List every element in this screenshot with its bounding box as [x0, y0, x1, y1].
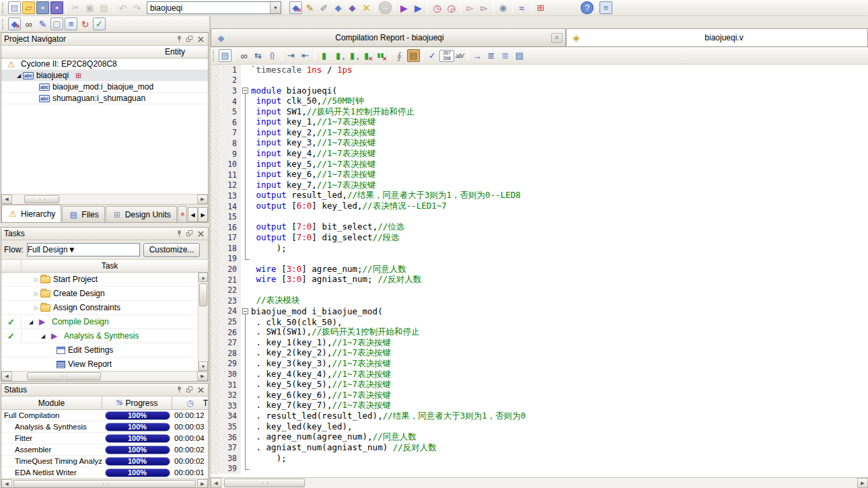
- simulator-icon[interactable]: ≈: [515, 1, 528, 14]
- find-icon[interactable]: ∞: [22, 18, 35, 30]
- messages-window-icon[interactable]: ≡: [65, 18, 77, 30]
- horizontal-scrollbar[interactable]: ◀ ▶: [211, 477, 868, 488]
- stop-processing-icon[interactable]: –: [379, 1, 392, 14]
- horizontal-scrollbar[interactable]: ◀ ▶: [1, 479, 208, 488]
- task-row[interactable]: Edit Settings: [1, 343, 198, 357]
- scroll-right-icon[interactable]: ▶: [197, 372, 208, 381]
- bookmark-delete-all-icon[interactable]: ▮▮✕: [374, 49, 387, 62]
- tree-item[interactable]: abcshumaguan:i_shumaguan: [1, 93, 208, 104]
- goto-icon[interactable]: →: [471, 49, 484, 62]
- paste-icon[interactable]: ▤: [98, 1, 110, 14]
- task-row[interactable]: ▷Assign Constraints: [1, 301, 198, 315]
- pin-icon[interactable]: [174, 386, 184, 394]
- save-icon[interactable]: ▪: [36, 1, 49, 14]
- find-icon[interactable]: ∞: [238, 49, 250, 62]
- unindent-icon[interactable]: ⇤: [299, 49, 312, 62]
- customize-button[interactable]: Customize...: [143, 243, 201, 257]
- redo-icon[interactable]: ↷: [131, 1, 143, 14]
- undo-icon[interactable]: ↶: [116, 1, 129, 14]
- vertical-scrollbar[interactable]: ▲ ▼: [198, 273, 208, 371]
- task-column-header[interactable]: Task: [1, 260, 208, 273]
- block-format-icon[interactable]: ▤: [513, 49, 526, 62]
- pin-planner-icon[interactable]: ✐: [318, 1, 330, 14]
- save-all-icon[interactable]: ▪: [50, 1, 63, 14]
- fold-column[interactable]: −: [241, 306, 251, 317]
- expand-icon[interactable]: ▷: [32, 277, 40, 283]
- open-folder-icon[interactable]: ▱: [22, 1, 35, 14]
- chip-planner-icon[interactable]: ✕: [360, 1, 373, 14]
- scroll-left-icon[interactable]: ◀: [1, 372, 12, 381]
- tree-item[interactable]: abcbiaojue_mod:i_biaojue_mod: [1, 81, 208, 93]
- scroll-left-icon[interactable]: ◀: [211, 478, 221, 488]
- toolbar-grip[interactable]: [2, 19, 5, 30]
- scroll-tabs-right-icon[interactable]: ▶: [198, 207, 208, 222]
- feedback-icon[interactable]: ≡: [600, 1, 612, 14]
- attach-icon[interactable]: ∮: [393, 49, 406, 62]
- timing-settings-icon[interactable]: ◆: [332, 1, 345, 14]
- uncomment-lines-icon[interactable]: ≣: [499, 49, 512, 62]
- bookmark-next-icon[interactable]: ▮›: [332, 49, 345, 62]
- new-file-icon[interactable]: ▤: [8, 1, 21, 14]
- task-row[interactable]: ✓◢▶Analysis & Synthesis: [1, 329, 198, 343]
- chevron-down-icon[interactable]: ▼: [270, 2, 281, 13]
- rapid-recompile-icon[interactable]: ▶: [412, 1, 425, 14]
- start-compilation-icon[interactable]: ▶: [398, 1, 410, 14]
- tree-item[interactable]: ◢abcbiaojueqi⊞: [1, 70, 208, 81]
- design-partition-icon[interactable]: ⊞: [534, 1, 547, 14]
- status-column-header[interactable]: Module % Progress ◷ T: [1, 396, 208, 410]
- document-tab[interactable]: ◆Compilation Report - biaojueqi✕: [211, 28, 566, 46]
- comment-lines-icon[interactable]: ≣: [485, 49, 498, 62]
- expand-icon[interactable]: ◢: [15, 73, 23, 79]
- match-brace-icon[interactable]: {}: [266, 49, 279, 62]
- syntax-check-icon[interactable]: ✓: [426, 49, 439, 62]
- pin-icon[interactable]: [174, 35, 184, 44]
- bookmark-delete-icon[interactable]: ▮✕: [360, 49, 373, 62]
- assignment-editor-icon[interactable]: ✎: [303, 1, 316, 14]
- indent-icon[interactable]: ⇥: [285, 49, 297, 62]
- doc-settings-icon[interactable]: ▤: [219, 49, 231, 62]
- scroll-up-icon[interactable]: ▲: [198, 273, 208, 282]
- navigator-tab-files[interactable]: ▤Files: [62, 206, 104, 222]
- help-icon[interactable]: ?: [581, 1, 593, 14]
- timequest-analyzer-icon[interactable]: ◷: [431, 1, 443, 14]
- verify-doc-icon[interactable]: ✓: [93, 18, 106, 30]
- tech-map-viewer-icon[interactable]: ▻: [478, 1, 491, 14]
- insert-template-icon[interactable]: ▤: [407, 49, 420, 62]
- device-settings-icon[interactable]: ◆: [346, 1, 359, 14]
- close-icon[interactable]: [196, 386, 205, 394]
- edit-icon[interactable]: ✎: [36, 18, 49, 30]
- chevron-down-icon[interactable]: ▼: [68, 245, 76, 254]
- programmer-icon[interactable]: ◉: [497, 1, 509, 14]
- toolbar-grip[interactable]: [213, 50, 216, 61]
- project-combobox[interactable]: biaojueqi▼: [147, 1, 281, 14]
- scroll-tabs-left-icon[interactable]: ◀: [188, 207, 198, 222]
- pin-icon[interactable]: [174, 230, 184, 238]
- toolbar-grip[interactable]: [2, 3, 5, 13]
- expand-icon[interactable]: ▷: [32, 305, 40, 311]
- clock-constraints-icon[interactable]: ◶: [445, 1, 458, 14]
- expand-icon[interactable]: ◢: [39, 333, 47, 339]
- settings-icon[interactable]: ◆✕: [289, 1, 302, 14]
- entity-column-header[interactable]: Entity: [1, 46, 208, 59]
- rtl-viewer-icon[interactable]: ▻: [464, 1, 476, 14]
- task-row[interactable]: View Report: [1, 357, 198, 371]
- bookmark-prev-icon[interactable]: ▮‹: [346, 49, 359, 62]
- expand-icon[interactable]: ▷: [32, 291, 40, 297]
- close-icon[interactable]: ✕: [551, 33, 563, 43]
- cut-icon[interactable]: ✂: [69, 1, 82, 14]
- float-window-icon[interactable]: [185, 230, 194, 238]
- bookmark-icon[interactable]: ▮: [318, 49, 330, 62]
- navigator-tab-design-units[interactable]: ⊞Design Units: [106, 206, 177, 222]
- horizontal-scrollbar[interactable]: ◀ ▶: [1, 194, 208, 204]
- scroll-right-icon[interactable]: ▶: [197, 195, 208, 204]
- expand-icon[interactable]: ◢: [27, 319, 35, 325]
- ab-marker-icon[interactable]: ab/: [454, 53, 466, 59]
- task-row[interactable]: ▷Create Design: [1, 287, 198, 301]
- refresh-icon[interactable]: ↻: [79, 18, 92, 30]
- copy-icon[interactable]: ▣: [83, 1, 96, 14]
- fold-column[interactable]: −: [241, 85, 251, 96]
- window-fit-icon[interactable]: ◆✕: [8, 18, 21, 30]
- scroll-left-icon[interactable]: ◀: [1, 479, 12, 488]
- float-window-icon[interactable]: [185, 386, 194, 394]
- close-icon[interactable]: [196, 230, 205, 238]
